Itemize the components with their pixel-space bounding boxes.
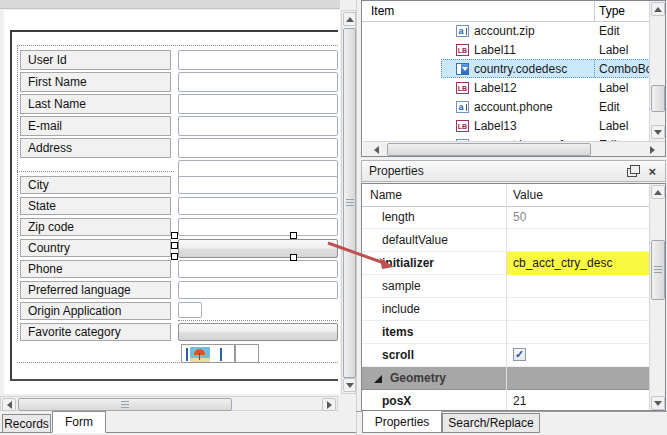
selection-handle[interactable]	[290, 254, 297, 261]
float-panel-icon[interactable]	[627, 168, 637, 177]
item-row[interactable]: LB Label12 Label	[362, 79, 665, 98]
scrollbar-thumb[interactable]	[651, 240, 665, 300]
property-row-sample[interactable]: sample	[362, 275, 665, 298]
form-border-left	[10, 30, 12, 381]
label-text: User Id	[28, 53, 67, 67]
form-label-country[interactable]: Country	[20, 239, 171, 257]
form-image-widget[interactable]	[181, 344, 235, 363]
item-type: Label	[599, 119, 628, 133]
section-expand-icon[interactable]	[374, 375, 382, 383]
checkbox-checked[interactable]: ✓	[513, 348, 526, 361]
property-name: sample	[382, 279, 421, 293]
form-label-phone[interactable]: Phone	[20, 260, 171, 278]
property-name: length	[382, 210, 415, 224]
form-field-user-id[interactable]	[178, 50, 338, 70]
form-field-state[interactable]	[178, 197, 338, 215]
properties-vertical-scrollbar[interactable]	[649, 184, 665, 411]
form-field-preferred-language[interactable]	[178, 281, 338, 299]
form-field-zip-code[interactable]	[178, 218, 338, 236]
item-row[interactable]: a account.phone Edit	[362, 98, 665, 117]
properties-titlebar[interactable]: Properties ×	[361, 160, 666, 182]
form-combobox-country[interactable]	[178, 239, 338, 258]
property-value[interactable]: cb_acct_ctry_desc	[513, 256, 612, 270]
form-field-origin-application[interactable]	[178, 302, 202, 318]
form-label-city[interactable]: City	[20, 176, 171, 194]
scroll-up-button[interactable]	[343, 12, 356, 26]
label-text: Zip code	[28, 220, 74, 234]
scroll-down-button[interactable]	[343, 378, 356, 392]
scrollbar-thumb[interactable]	[343, 28, 356, 378]
form-field-last-name[interactable]	[178, 94, 338, 114]
form-label-email[interactable]: E-mail	[20, 116, 171, 136]
form-label-last-name[interactable]: Last Name	[20, 94, 171, 114]
property-row-length[interactable]: length 50	[362, 206, 665, 229]
scroll-up-button[interactable]	[651, 185, 665, 199]
property-row-posx[interactable]: posX 21	[362, 390, 665, 411]
grid-dotted-line	[17, 171, 174, 172]
column-header-type[interactable]: Type	[599, 4, 625, 18]
scrollbar-thumb[interactable]	[18, 398, 232, 411]
scrollbar-thumb[interactable]	[387, 143, 591, 156]
column-header-item[interactable]: Item	[371, 4, 394, 18]
form-label-state[interactable]: State	[20, 197, 171, 215]
tab-form[interactable]: Form	[52, 411, 106, 433]
form-label-origin-application[interactable]: Origin Application	[20, 302, 171, 320]
selection-handle[interactable]	[171, 253, 178, 260]
item-row[interactable]: LB Label13 Label	[362, 117, 665, 136]
scroll-down-button[interactable]	[651, 125, 665, 139]
property-name: scroll	[382, 348, 414, 362]
scroll-down-button[interactable]	[651, 396, 665, 410]
selection-handle[interactable]	[290, 232, 297, 239]
scroll-up-button[interactable]	[651, 2, 665, 16]
property-section-geometry[interactable]: Geometry	[362, 367, 665, 390]
item-row[interactable]: a account.zip Edit	[362, 22, 665, 41]
form-horizontal-scrollbar[interactable]	[0, 396, 338, 411]
property-value[interactable]: 21	[513, 394, 526, 408]
form-border-top	[10, 30, 338, 32]
tab-search-replace[interactable]: Search/Replace	[442, 413, 540, 433]
scroll-right-button[interactable]	[645, 143, 659, 156]
tab-records[interactable]: Records	[2, 414, 51, 433]
item-list-horizontal-scrollbar[interactable]	[363, 141, 665, 156]
form-label-preferred-language[interactable]: Preferred language	[20, 281, 171, 299]
item-name: Label13	[474, 119, 517, 133]
form-label-user-id[interactable]: User Id	[20, 50, 171, 70]
column-divider	[506, 184, 507, 411]
form-empty-cell[interactable]	[235, 344, 259, 363]
selection-handle[interactable]	[171, 242, 178, 249]
property-row-include[interactable]: include	[362, 298, 665, 321]
property-row-items[interactable]: items	[362, 321, 665, 344]
form-field-city[interactable]	[178, 176, 338, 194]
image-marker-bar	[220, 348, 222, 361]
item-row-selected[interactable]: country.codedesc ComboBox	[362, 60, 665, 79]
form-label-first-name[interactable]: First Name	[20, 72, 171, 92]
scroll-right-button[interactable]	[322, 398, 336, 411]
item-list-vertical-scrollbar[interactable]	[649, 1, 665, 141]
form-label-address[interactable]: Address	[20, 138, 171, 158]
scrollbar-thumb[interactable]	[651, 85, 665, 112]
edit-icon: a	[456, 101, 469, 113]
selection-handle[interactable]	[171, 232, 178, 239]
label-text: Country	[28, 241, 70, 255]
label-text: E-mail	[28, 119, 62, 133]
form-label-zip-code[interactable]: Zip code	[20, 218, 171, 236]
property-row-defaultvalue[interactable]: defaultValue	[362, 229, 665, 252]
column-header-value[interactable]: Value	[513, 188, 543, 202]
scroll-left-button[interactable]	[369, 143, 383, 156]
form-combobox-favorite-category[interactable]	[178, 323, 338, 341]
scroll-left-button[interactable]	[2, 398, 16, 411]
form-vertical-scrollbar[interactable]	[341, 10, 356, 394]
property-name: include	[382, 302, 420, 316]
item-row[interactable]: LB Label11 Label	[362, 41, 665, 60]
close-icon[interactable]: ×	[648, 165, 656, 178]
property-value[interactable]: 50	[513, 210, 526, 224]
form-field-first-name[interactable]	[178, 72, 338, 92]
tab-properties[interactable]: Properties	[362, 411, 442, 433]
column-header-name[interactable]: Name	[370, 188, 402, 202]
form-field-phone[interactable]	[178, 260, 338, 278]
property-row-scroll[interactable]: scroll ✓	[362, 344, 665, 367]
form-field-email[interactable]	[178, 116, 338, 136]
form-label-favorite-category[interactable]: Favorite category	[20, 323, 171, 341]
form-field-address[interactable]	[178, 138, 338, 158]
beach-umbrella-icon	[190, 347, 210, 362]
